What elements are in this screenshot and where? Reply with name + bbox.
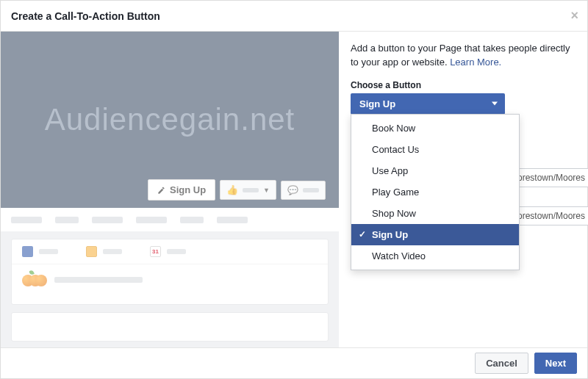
placeholder-bar	[103, 249, 122, 254]
next-button[interactable]: Next	[534, 353, 577, 374]
modal-title: Create a Call-To-Action Button	[11, 10, 160, 22]
chevron-down-icon	[492, 102, 498, 106]
post-card	[11, 312, 329, 342]
cover-actions: Sign Up 👍 ▼ 💬	[148, 179, 326, 201]
thumb-icon: 👍	[226, 184, 238, 195]
composer-body	[12, 264, 328, 295]
dropdown-option[interactable]: Shop Now	[351, 203, 519, 224]
dropdown-option[interactable]: Play Game	[351, 181, 519, 203]
learn-more-link[interactable]: Learn More.	[450, 57, 501, 68]
feed-area	[1, 231, 339, 347]
description: Add a button to your Page that takes peo…	[351, 42, 576, 70]
placeholder-bar	[243, 188, 259, 192]
tab-placeholder[interactable]	[180, 217, 204, 223]
dropdown-toggle[interactable]: Sign Up	[351, 93, 505, 115]
tab-placeholder[interactable]	[92, 217, 123, 223]
signup-button[interactable]: Sign Up	[148, 179, 215, 201]
page-preview: Audiencegain.net Sign Up 👍 ▼ 💬	[1, 32, 339, 347]
composer-tabs	[12, 239, 328, 264]
dropdown-menu: Book Now Contact Us Use App Play Game Sh…	[351, 114, 520, 270]
tab-placeholder[interactable]	[136, 217, 167, 223]
placeholder-bar	[54, 277, 143, 283]
photo-icon	[86, 246, 97, 257]
pencil-icon	[157, 186, 165, 194]
cover-watermark: Audiencegain.net	[45, 102, 295, 137]
website-input[interactable]: orestown/Moores	[512, 168, 588, 187]
tab-placeholder[interactable]	[217, 217, 248, 223]
page-avatar	[22, 272, 47, 288]
dropdown-option[interactable]: Use App	[351, 160, 519, 181]
signup-button-label: Sign Up	[170, 184, 206, 195]
button-type-dropdown: Sign Up Book Now Contact Us Use App Play…	[351, 93, 505, 115]
calendar-icon	[150, 246, 161, 257]
modal-body: Audiencegain.net Sign Up 👍 ▼ 💬	[1, 32, 587, 347]
dropdown-option[interactable]: Contact Us	[351, 139, 519, 160]
tab-placeholder[interactable]	[11, 217, 42, 223]
form-panel: Add a button to your Page that takes peo…	[339, 32, 587, 347]
placeholder-bar	[303, 188, 319, 192]
dropdown-option-selected[interactable]: Sign Up	[351, 224, 519, 245]
placeholder-bar	[167, 249, 186, 254]
page-tabs	[1, 208, 339, 231]
dropdown-option[interactable]: Book Now	[351, 118, 519, 139]
chevron-down-icon: ▼	[263, 187, 270, 194]
dropdown-selected-label: Sign Up	[359, 98, 395, 109]
mobile-website-input[interactable]: orestown/Moores	[512, 206, 588, 225]
composer-tab-status[interactable]	[22, 246, 58, 257]
composer-tab-photo[interactable]	[86, 246, 122, 257]
close-icon[interactable]: ×	[570, 8, 578, 24]
placeholder-bar	[39, 249, 58, 254]
like-button[interactable]: 👍 ▼	[220, 180, 276, 200]
cancel-button[interactable]: Cancel	[475, 353, 528, 374]
tab-placeholder[interactable]	[55, 217, 79, 223]
cta-modal: Create a Call-To-Action Button × Audienc…	[0, 0, 588, 379]
modal-header: Create a Call-To-Action Button ×	[1, 1, 587, 32]
message-button[interactable]: 💬	[281, 181, 326, 200]
speech-icon: 💬	[287, 185, 298, 195]
url-inputs: orestown/Moores orestown/Moores	[512, 168, 588, 225]
dropdown-option[interactable]: Watch Video	[351, 245, 519, 267]
modal-footer: Cancel Next	[1, 347, 587, 378]
cover-photo: Audiencegain.net Sign Up 👍 ▼ 💬	[1, 32, 339, 208]
choose-button-label: Choose a Button	[351, 80, 576, 90]
pencil-icon	[22, 246, 33, 257]
composer	[11, 239, 329, 305]
composer-tab-event[interactable]	[150, 246, 186, 257]
